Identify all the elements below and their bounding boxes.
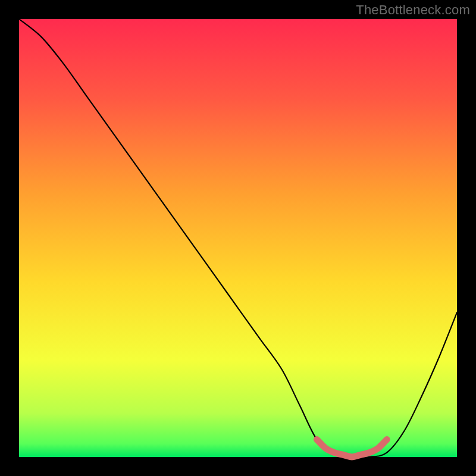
plot-background xyxy=(19,19,457,457)
watermark-text: TheBottleneck.com xyxy=(356,2,470,18)
bottleneck-chart xyxy=(0,0,476,476)
chart-container: TheBottleneck.com xyxy=(0,0,476,476)
